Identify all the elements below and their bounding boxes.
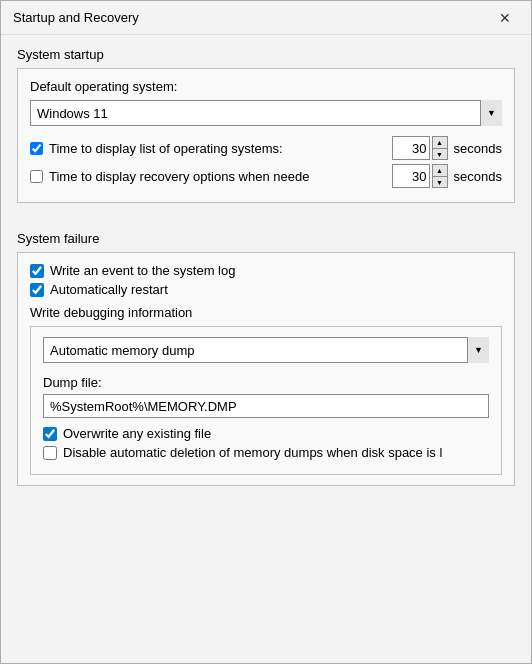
time-display-list-up-button[interactable]: ▲ [432,136,448,148]
default-os-wrapper: Windows 11 ▼ [30,100,502,126]
disable-auto-deletion-label: Disable automatic deletion of memory dum… [63,445,442,460]
time-display-recovery-spinbox: ▲ ▼ [392,164,448,188]
time-display-recovery-input[interactable] [392,164,430,188]
dump-file-input[interactable] [43,394,489,418]
system-startup-box: Default operating system: Windows 11 ▼ T… [17,68,515,203]
default-os-select[interactable]: Windows 11 [30,100,502,126]
debugging-type-select[interactable]: Automatic memory dump [43,337,489,363]
time-display-recovery-row: Time to display recovery options when ne… [30,164,502,188]
overwrite-existing-label: Overwrite any existing file [63,426,211,441]
write-debugging-label: Write debugging information [30,305,502,320]
time-display-list-row: Time to display list of operating system… [30,136,502,160]
auto-restart-checkbox[interactable] [30,283,44,297]
time-display-list-spinbox: ▲ ▼ [392,136,448,160]
time-display-recovery-label: Time to display recovery options when ne… [49,169,386,184]
system-failure-label: System failure [17,231,515,246]
auto-restart-label: Automatically restart [50,282,168,297]
time-display-list-spin-buttons: ▲ ▼ [432,136,448,160]
time-display-list-unit: seconds [454,141,502,156]
system-failure-box: Write an event to the system log Automat… [17,252,515,486]
dialog-content: System startup Default operating system:… [1,35,531,663]
write-event-log-checkbox[interactable] [30,264,44,278]
time-display-recovery-unit: seconds [454,169,502,184]
close-button[interactable]: ✕ [491,8,519,28]
time-display-recovery-checkbox[interactable] [30,170,43,183]
system-startup-label: System startup [17,47,515,62]
dump-file-label: Dump file: [43,375,489,390]
overwrite-existing-row: Overwrite any existing file [43,426,489,441]
system-failure-section: System failure Write an event to the sys… [17,231,515,486]
write-event-log-row: Write an event to the system log [30,263,502,278]
title-bar: Startup and Recovery ✕ [1,1,531,35]
debugging-type-wrapper: Automatic memory dump ▼ [43,337,489,363]
time-display-recovery-down-button[interactable]: ▼ [432,176,448,188]
write-event-log-label: Write an event to the system log [50,263,235,278]
system-startup-section: System startup Default operating system:… [17,47,515,203]
time-display-list-label: Time to display list of operating system… [49,141,386,156]
time-display-list-checkbox[interactable] [30,142,43,155]
dialog-title: Startup and Recovery [13,10,139,25]
auto-restart-row: Automatically restart [30,282,502,297]
time-display-recovery-up-button[interactable]: ▲ [432,164,448,176]
time-display-recovery-spin-buttons: ▲ ▼ [432,164,448,188]
disable-auto-deletion-row: Disable automatic deletion of memory dum… [43,445,489,460]
startup-recovery-dialog: Startup and Recovery ✕ System startup De… [0,0,532,664]
default-os-label: Default operating system: [30,79,502,94]
time-display-list-input[interactable] [392,136,430,160]
disable-auto-deletion-checkbox[interactable] [43,446,57,460]
time-display-list-down-button[interactable]: ▼ [432,148,448,160]
write-debugging-inner-box: Automatic memory dump ▼ Dump file: Overw… [30,326,502,475]
overwrite-existing-checkbox[interactable] [43,427,57,441]
